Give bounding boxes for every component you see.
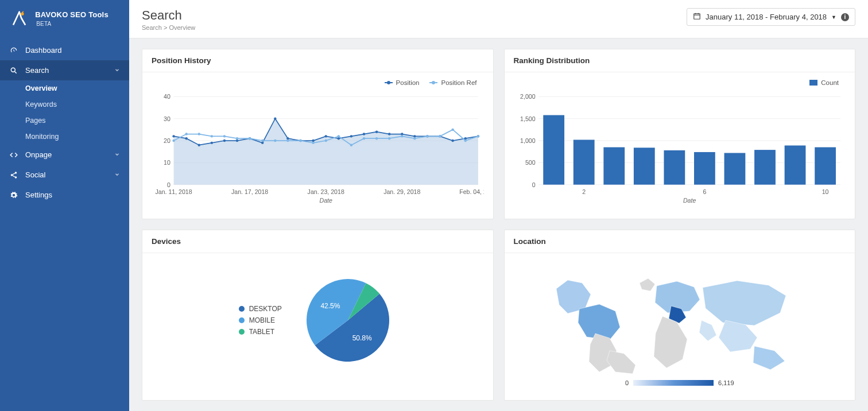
subnav-label: Monitoring <box>25 133 59 141</box>
info-icon[interactable]: i <box>841 13 849 21</box>
svg-point-29 <box>338 137 340 139</box>
sidebar-item-search[interactable]: Search <box>0 60 129 80</box>
svg-point-49 <box>274 139 276 142</box>
svg-point-45 <box>223 135 226 137</box>
topbar: Search Search > Overview January 11, 201… <box>129 0 868 38</box>
svg-rect-91 <box>815 148 836 185</box>
tachometer-icon <box>9 46 18 55</box>
brand-name: BAVOKO SEO Tools BETA <box>35 10 120 28</box>
svg-text:2,000: 2,000 <box>520 93 536 100</box>
svg-point-47 <box>249 137 251 139</box>
subnav-label: Pages <box>25 117 45 125</box>
svg-point-56 <box>363 137 365 139</box>
brand: BAVOKO SEO Tools BETA <box>0 0 129 40</box>
card-position-history: Position History Position Position Ref 0… <box>142 49 494 219</box>
ranking-distribution-chart: 05001,0001,5002,0002610Date <box>514 88 846 209</box>
svg-point-34 <box>401 133 403 135</box>
card-title: Ranking Distribution <box>505 49 855 72</box>
sidebar-item-label: Social <box>25 170 45 179</box>
svg-rect-82 <box>543 115 564 185</box>
gear-icon <box>9 191 18 199</box>
legend-label: Position Ref <box>441 79 476 86</box>
svg-text:30: 30 <box>164 115 170 122</box>
legend-text: DESKTOP <box>249 305 282 313</box>
svg-point-43 <box>198 133 200 135</box>
scale-gradient <box>633 380 714 386</box>
svg-text:Feb. 04, 2018: Feb. 04, 2018 <box>459 188 483 195</box>
legend-text: MOBILE <box>249 316 275 324</box>
ranking-legend: Count <box>514 79 846 88</box>
scale-max: 6,119 <box>718 379 734 386</box>
svg-text:10: 10 <box>822 188 828 195</box>
svg-point-25 <box>286 137 289 139</box>
sidebar-item-social[interactable]: Social <box>0 165 129 185</box>
legend-dot <box>239 317 245 323</box>
svg-point-31 <box>363 133 365 135</box>
svg-point-30 <box>350 135 352 137</box>
svg-text:42.5%: 42.5% <box>320 302 340 310</box>
chevron-down-icon <box>114 150 120 159</box>
svg-text:50.8%: 50.8% <box>352 334 371 342</box>
svg-rect-84 <box>603 148 625 185</box>
sidebar: BAVOKO SEO Tools BETA Dashboard Search <box>0 0 129 411</box>
date-range-text: January 11, 2018 - February 4, 2018 <box>706 13 827 21</box>
brand-logo-icon <box>9 8 29 30</box>
legend-dot <box>239 329 245 335</box>
subnav-item-pages[interactable]: Pages <box>0 113 129 129</box>
page-title: Search <box>142 8 195 23</box>
svg-rect-89 <box>754 150 776 185</box>
sidebar-item-onpage[interactable]: Onpage <box>0 145 129 165</box>
svg-point-61 <box>426 135 428 137</box>
svg-point-1 <box>11 68 15 72</box>
sidebar-item-label: Onpage <box>25 150 52 159</box>
legend-swatch-position <box>385 82 393 83</box>
sidebar-item-settings[interactable]: Settings <box>0 185 129 205</box>
svg-point-54 <box>338 135 340 137</box>
breadcrumb: Search > Overview <box>142 24 195 31</box>
sidebar-item-dashboard[interactable]: Dashboard <box>0 40 129 60</box>
svg-text:40: 40 <box>164 93 170 100</box>
svg-point-16 <box>172 135 175 137</box>
calendar-icon <box>693 12 701 22</box>
svg-text:6: 6 <box>703 188 706 195</box>
legend-swatch-position-ref <box>429 82 437 83</box>
location-scale: 0 6,119 <box>625 379 734 386</box>
svg-rect-5 <box>694 14 700 19</box>
chevron-down-icon <box>114 170 120 179</box>
svg-point-48 <box>261 139 264 142</box>
svg-text:500: 500 <box>525 159 535 166</box>
position-history-chart: 010203040Jan. 11, 2018Jan. 17, 2018Jan. … <box>152 88 484 209</box>
subnav-item-monitoring[interactable]: Monitoring <box>0 129 129 145</box>
svg-point-32 <box>375 130 378 133</box>
cards-grid: Position History Position Position Ref 0… <box>129 38 868 411</box>
svg-point-18 <box>198 144 200 146</box>
date-range-picker[interactable]: January 11, 2018 - February 4, 2018 ▼ i <box>687 8 855 26</box>
svg-point-53 <box>324 139 327 142</box>
scale-min: 0 <box>625 379 629 386</box>
subnav-item-keywords[interactable]: Keywords <box>0 96 129 113</box>
subnav-item-overview[interactable]: Overview <box>0 80 129 96</box>
card-title: Location <box>505 230 855 253</box>
sidebar-item-label: Dashboard <box>25 46 62 55</box>
sidebar-item-label: Settings <box>25 191 52 199</box>
svg-text:1,500: 1,500 <box>520 115 536 122</box>
legend-dot <box>239 306 245 312</box>
svg-text:Jan. 29, 2018: Jan. 29, 2018 <box>383 188 420 195</box>
world-map <box>548 266 812 375</box>
svg-rect-87 <box>694 152 715 185</box>
svg-point-52 <box>312 142 314 144</box>
svg-rect-86 <box>664 150 685 185</box>
legend-label: Count <box>821 79 839 86</box>
legend-item: DESKTOP <box>239 303 282 315</box>
svg-point-44 <box>211 135 213 137</box>
svg-point-60 <box>413 137 416 139</box>
svg-point-62 <box>439 135 441 137</box>
svg-point-38 <box>451 139 454 142</box>
svg-point-58 <box>388 137 390 139</box>
svg-point-23 <box>261 142 264 144</box>
svg-rect-83 <box>573 139 594 184</box>
caret-down-icon: ▼ <box>831 14 836 20</box>
card-title: Devices <box>142 230 493 253</box>
svg-point-4 <box>15 176 17 179</box>
svg-text:Date: Date <box>683 197 695 204</box>
